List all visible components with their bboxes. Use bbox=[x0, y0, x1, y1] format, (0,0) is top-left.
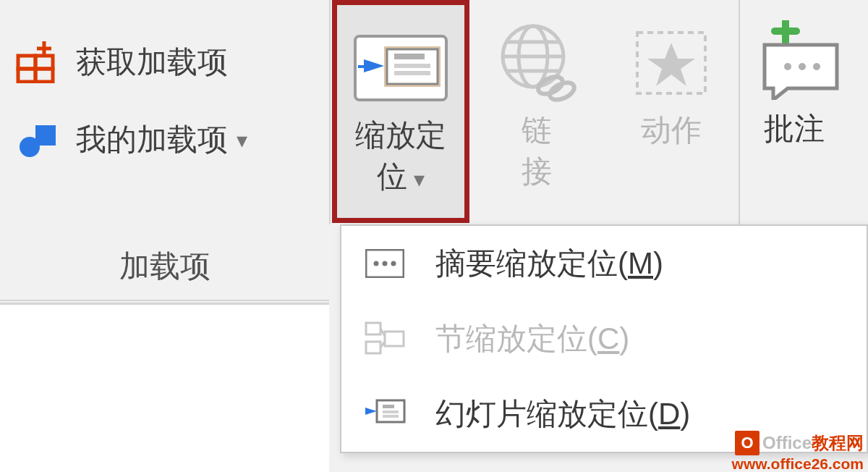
menu-label: 幻灯片缩放定位(D) bbox=[435, 394, 690, 434]
svg-marker-24 bbox=[647, 43, 695, 86]
office-logo-icon: O bbox=[735, 431, 760, 455]
get-addins-button[interactable]: 获取加载项 bbox=[0, 40, 329, 117]
section-zoom-item: 节缩放定位(C) bbox=[341, 301, 867, 376]
svg-point-7 bbox=[20, 137, 40, 157]
menu-label: 节缩放定位(C) bbox=[435, 319, 629, 359]
svg-rect-3 bbox=[35, 69, 53, 82]
svg-rect-34 bbox=[366, 323, 380, 334]
svg-point-27 bbox=[784, 63, 791, 70]
my-addins-label: 我的加载项 bbox=[76, 119, 228, 160]
svg-rect-13 bbox=[394, 71, 430, 75]
store-grid-icon bbox=[14, 40, 65, 85]
menu-label: 摘要缩放定位(M) bbox=[435, 243, 663, 284]
svg-rect-36 bbox=[385, 332, 404, 346]
svg-rect-35 bbox=[366, 342, 380, 353]
svg-point-33 bbox=[391, 261, 396, 266]
section-zoom-icon bbox=[363, 321, 407, 357]
svg-marker-43 bbox=[365, 408, 377, 415]
annotate-button[interactable]: 批注 bbox=[740, 0, 848, 149]
addins-group: 获取加载项 我的加载项 ▾ 加载项 bbox=[0, 0, 329, 301]
svg-rect-40 bbox=[383, 405, 394, 408]
svg-rect-11 bbox=[394, 54, 425, 59]
svg-point-32 bbox=[383, 261, 388, 266]
zoom-location-label: 缩放定 位 ▾ bbox=[355, 115, 446, 197]
link-label: 链 接 bbox=[522, 110, 552, 192]
zoom-dropdown-menu: 摘要缩放定位(M) 节缩放定位(C) bbox=[340, 224, 868, 453]
svg-rect-41 bbox=[383, 410, 399, 413]
zoom-slide-icon bbox=[354, 28, 448, 108]
action-star-icon bbox=[631, 23, 711, 103]
globe-link-icon bbox=[497, 23, 576, 103]
svg-rect-0 bbox=[18, 56, 35, 69]
summary-zoom-item[interactable]: 摘要缩放定位(M) bbox=[341, 226, 867, 301]
svg-rect-2 bbox=[35, 56, 53, 69]
get-addins-label: 获取加载项 bbox=[76, 42, 228, 83]
action-button[interactable]: 动作 bbox=[604, 0, 739, 192]
svg-point-31 bbox=[374, 261, 379, 266]
svg-point-29 bbox=[813, 63, 820, 70]
slide-zoom-icon bbox=[363, 396, 407, 432]
my-addins-button[interactable]: 我的加载项 ▾ bbox=[0, 117, 329, 195]
blank-region bbox=[0, 303, 329, 472]
annotate-label: 批注 bbox=[764, 109, 825, 149]
svg-rect-15 bbox=[358, 65, 365, 68]
link-button[interactable]: 链 接 bbox=[469, 0, 604, 192]
addins-group-label: 加载项 bbox=[0, 246, 329, 287]
summary-zoom-icon bbox=[363, 245, 407, 282]
links-group: 缩放定 位 ▾ 链 接 bbox=[331, 0, 848, 224]
zoom-location-button[interactable]: 缩放定 位 ▾ bbox=[332, 0, 469, 223]
watermark: O Office 教程网 www.office26.com bbox=[732, 431, 864, 472]
svg-rect-1 bbox=[18, 69, 35, 82]
comment-plus-icon bbox=[747, 20, 841, 100]
action-label: 动作 bbox=[641, 110, 702, 192]
svg-point-28 bbox=[799, 63, 806, 70]
puzzle-icon bbox=[14, 117, 65, 162]
svg-rect-42 bbox=[383, 415, 399, 418]
chevron-down-icon: ▾ bbox=[237, 127, 247, 153]
svg-rect-12 bbox=[394, 64, 430, 68]
